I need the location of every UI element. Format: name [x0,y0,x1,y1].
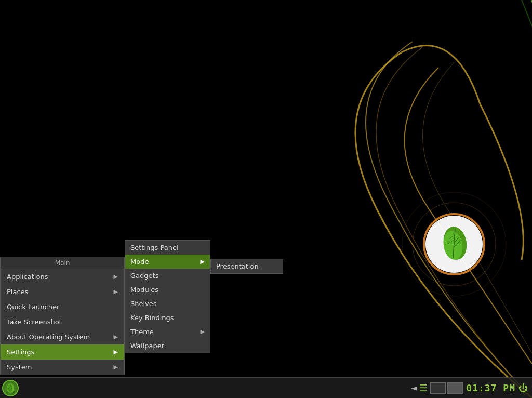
arrow-icon: ▶ [201,328,205,335]
taskbar: ◄ ☰ 01:37 PM ⏻ [0,377,532,398]
volume-wave-icon: ☰ [419,382,427,393]
clock: 01:37 PM [466,382,515,393]
arrow-icon: ▶ [114,349,118,355]
launcher-button[interactable] [2,380,19,396]
arrow-icon: ▶ [201,258,205,265]
pager [430,382,463,394]
arrow-icon: ▶ [114,288,118,295]
pager-btn-2[interactable] [447,382,463,394]
settings-submenu: Settings Panel Mode ▶ Gadgets Modules Sh… [125,240,210,353]
mode-submenu: Presentation [210,259,283,274]
settings-item-theme[interactable]: Theme ▶ [125,325,210,339]
main-menu: Main Applications ▶ Places ▶ Quick Launc… [0,257,125,375]
settings-item-wallpaper[interactable]: Wallpaper [125,339,210,353]
taskbar-right: ◄ ☰ 01:37 PM ⏻ [411,382,532,394]
menu-item-system[interactable]: System ▶ [1,360,124,375]
arrow-icon: ▶ [114,273,118,280]
settings-item-gadgets[interactable]: Gadgets [125,269,210,283]
menu-item-quick-launcher[interactable]: Quick Launcher [1,299,124,314]
swirl-decoration [220,0,532,398]
menu-item-take-screenshot[interactable]: Take Screenshot [1,314,124,329]
taskbar-left [0,380,19,396]
pager-btn-1[interactable] [430,382,446,394]
main-menu-header: Main [1,257,124,269]
volume-control[interactable]: ◄ ☰ [411,382,427,393]
menu-item-applications[interactable]: Applications ▶ [1,269,124,284]
volume-icon: ◄ [411,383,417,393]
settings-item-mode[interactable]: Mode ▶ [125,255,210,269]
arrow-icon: ▶ [114,334,118,340]
settings-item-key-bindings[interactable]: Key Bindings [125,311,210,325]
settings-item-settings-panel[interactable]: Settings Panel [125,241,210,255]
menu-item-settings[interactable]: Settings ▶ [1,344,124,360]
power-button[interactable]: ⏻ [518,382,528,393]
menu-item-places[interactable]: Places ▶ [1,284,124,299]
mode-item-presentation[interactable]: Presentation [211,259,283,273]
arrow-icon: ▶ [114,364,118,370]
menu-item-about-os[interactable]: About Operating System ▶ [1,329,124,344]
settings-item-modules[interactable]: Modules [125,283,210,297]
settings-item-shelves[interactable]: Shelves [125,297,210,311]
